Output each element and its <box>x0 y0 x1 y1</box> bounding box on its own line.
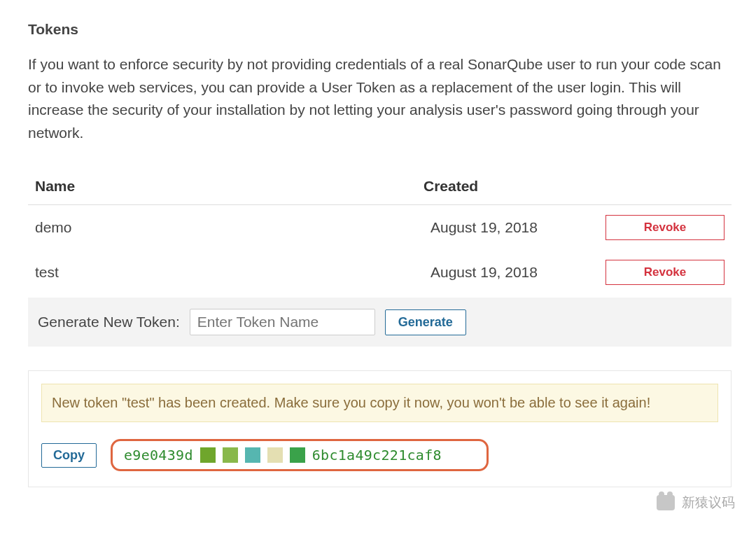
redact-block-icon <box>245 447 260 463</box>
token-suffix: 6bc1a49c221caf8 <box>312 447 442 463</box>
redact-block-icon <box>223 447 238 463</box>
table-header-actions <box>598 169 732 205</box>
section-title: Tokens <box>28 21 732 38</box>
wechat-icon <box>657 495 675 508</box>
copy-button[interactable]: Copy <box>41 443 97 468</box>
watermark-text: 新猿议码 <box>682 494 735 508</box>
token-name-input[interactable] <box>190 309 375 335</box>
token-created-alert: New token "test" has been created. Make … <box>41 384 718 422</box>
table-header-name: Name <box>28 169 424 205</box>
redact-block-icon <box>290 447 305 463</box>
revoke-button[interactable]: Revoke <box>606 260 724 285</box>
revoke-button[interactable]: Revoke <box>606 215 724 240</box>
token-redacted-segment <box>200 447 305 463</box>
generate-token-bar: Generate New Token: Generate <box>28 298 732 347</box>
token-result-panel: New token "test" has been created. Make … <box>28 370 732 487</box>
table-header-created: Created <box>424 169 598 205</box>
watermark: 新猿议码 <box>657 494 735 508</box>
table-row: demo August 19, 2018 Revoke <box>28 205 732 251</box>
section-description: If you want to enforce security by not p… <box>28 53 732 144</box>
redact-block-icon <box>200 447 216 463</box>
token-prefix: e9e0439d <box>124 447 193 463</box>
generate-label: Generate New Token: <box>38 314 180 330</box>
token-name-cell: test <box>28 250 424 295</box>
token-name-cell: demo <box>28 205 424 251</box>
token-created-cell: August 19, 2018 <box>424 250 598 295</box>
generate-button[interactable]: Generate <box>385 309 466 335</box>
table-row: test August 19, 2018 Revoke <box>28 250 732 295</box>
token-value-box: e9e0439d 6bc1a49c221caf8 <box>111 439 489 471</box>
tokens-table: Name Created demo August 19, 2018 Revoke… <box>28 169 732 295</box>
redact-block-icon <box>267 447 283 463</box>
token-created-cell: August 19, 2018 <box>424 205 598 251</box>
